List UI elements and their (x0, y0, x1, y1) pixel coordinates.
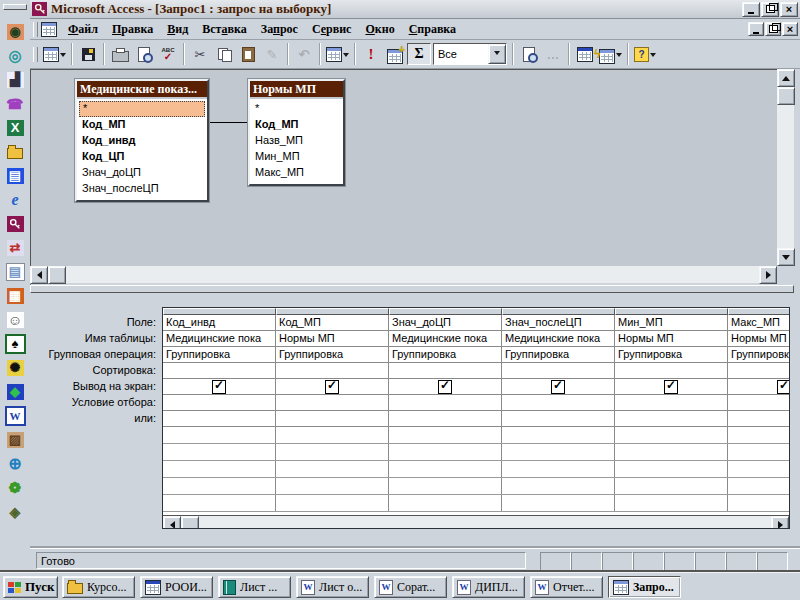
grid-empty-row[interactable] (163, 444, 789, 461)
folder-icon[interactable] (4, 142, 26, 162)
child-window-icon[interactable] (41, 22, 57, 37)
total-cell[interactable]: Группировка (502, 347, 615, 363)
pane-horizontal-scrollbar[interactable] (30, 266, 777, 283)
field-item[interactable]: Назв_МП (252, 133, 341, 149)
task-button-rooi[interactable]: РООИ... (140, 576, 213, 598)
help-button[interactable]: ? (632, 43, 658, 65)
table-cell[interactable]: Медицинские пока (163, 331, 276, 347)
show-cell[interactable] (389, 379, 502, 395)
share-disk-icon[interactable]: ⇄ (4, 238, 26, 258)
field-cell[interactable]: Код_инвд (163, 315, 276, 331)
field-item-star[interactable]: * (79, 101, 205, 117)
menu-item-tools[interactable]: Сервис (305, 20, 359, 39)
table-cell[interactable]: Нормы МП (276, 331, 389, 347)
build-button[interactable]: … (541, 43, 565, 65)
scroll-down-button[interactable] (777, 248, 795, 266)
criteria-cell[interactable] (276, 395, 389, 411)
view-button[interactable] (41, 43, 68, 65)
grid-scroll-right-button[interactable] (771, 516, 789, 529)
show-checkbox[interactable] (777, 380, 790, 394)
cd-icon[interactable]: ◎ (4, 46, 26, 66)
sort-cell[interactable] (728, 363, 790, 379)
sort-cell[interactable] (389, 363, 502, 379)
sort-cell[interactable] (615, 363, 728, 379)
globe-icon[interactable]: ⊕ (4, 454, 26, 474)
menu-item-file[interactable]: Файл (61, 20, 105, 39)
print-preview-button[interactable] (132, 43, 156, 65)
vscroll-thumb[interactable] (777, 87, 795, 105)
menu-item-view[interactable]: Вид (160, 20, 195, 39)
cut-button[interactable]: ✂ (188, 43, 212, 65)
close-button[interactable]: × (780, 2, 798, 17)
field-item[interactable]: Код_инвд (79, 133, 205, 149)
minimize-button[interactable] (742, 2, 760, 17)
task-button-dipl[interactable]: WДИПЛ... (452, 576, 525, 598)
show-cell[interactable] (163, 379, 276, 395)
field-cell[interactable]: Знач_послеЦП (502, 315, 615, 331)
phone-icon[interactable]: ☎ (4, 94, 26, 114)
query-type-dropdown-arrow[interactable] (343, 53, 349, 60)
access-key-icon[interactable] (4, 214, 26, 234)
sort-cell[interactable] (276, 363, 389, 379)
show-cell[interactable] (276, 379, 389, 395)
table-card-normy[interactable]: Нормы МП * Код_МП Назв_МП Мин_МП Макс_МП (248, 79, 345, 186)
task-button-list2[interactable]: WЛист о... (296, 576, 369, 598)
new-object-dropdown-arrow[interactable] (616, 53, 622, 60)
top-values-combo[interactable]: Все (433, 43, 507, 65)
grid-empty-row[interactable] (163, 478, 789, 495)
scroll-up-button[interactable] (777, 69, 795, 87)
or-cell[interactable] (389, 411, 502, 427)
spelling-button[interactable]: ABC✓ (156, 43, 180, 65)
grid-scroll-left-button[interactable] (163, 516, 181, 529)
criteria-cell[interactable] (615, 395, 728, 411)
child-minimize-button[interactable] (748, 22, 764, 36)
field-cell[interactable]: Макс_МП (728, 315, 790, 331)
schedule-icon[interactable]: ▦ (4, 286, 26, 306)
format-painter-button[interactable]: ✎ (260, 43, 284, 65)
table-card-medpokaz[interactable]: Медицинские показ... * Код_МП Код_инвд К… (75, 79, 209, 202)
toolbar-grip[interactable] (3, 4, 27, 10)
paste-button[interactable] (236, 43, 260, 65)
field-cell[interactable]: Мин_МП (615, 315, 728, 331)
or-cell[interactable] (728, 411, 790, 427)
field-item[interactable]: Код_ЦП (79, 149, 205, 165)
toolbar-grip2[interactable] (33, 47, 38, 62)
cardfile-icon[interactable]: ▤ (4, 166, 26, 186)
help-dropdown-arrow[interactable] (650, 53, 656, 60)
task-button-list1[interactable]: Лист ... (218, 576, 291, 598)
column-selector[interactable] (389, 308, 502, 315)
table-cell[interactable]: Нормы МП (728, 331, 790, 347)
or-cell[interactable] (276, 411, 389, 427)
query-type-button[interactable] (324, 43, 351, 65)
field-cell[interactable]: Код_МП (276, 315, 389, 331)
grid-empty-row[interactable] (163, 461, 789, 478)
field-item[interactable]: Мин_МП (252, 149, 341, 165)
grid-empty-row[interactable] (163, 495, 789, 512)
sort-cell[interactable] (502, 363, 615, 379)
excel-icon[interactable]: X (4, 118, 26, 138)
criteria-cell[interactable] (728, 395, 790, 411)
table-title[interactable]: Медицинские показ... (77, 81, 207, 99)
menubar-grip[interactable] (33, 22, 38, 37)
task-button-zapros-active[interactable]: Запро... (608, 576, 681, 598)
copy-button[interactable] (212, 43, 236, 65)
task-button-otchet[interactable]: WОтчет.... (530, 576, 603, 598)
grid-hscroll-thumb[interactable] (181, 516, 199, 529)
total-cell[interactable]: Группировка (728, 347, 790, 363)
show-cell[interactable] (502, 379, 615, 395)
chart-icon[interactable]: ▟ (4, 70, 26, 90)
internet-explorer-icon[interactable]: e (4, 190, 26, 210)
notepad-icon[interactable]: ▤ (4, 262, 26, 282)
menu-item-query[interactable]: Запрос (254, 20, 305, 39)
field-item[interactable]: Знач_послеЦП (79, 181, 205, 197)
show-checkbox[interactable] (325, 380, 339, 394)
column-selector[interactable] (728, 308, 790, 315)
field-item[interactable]: Код_МП (252, 117, 341, 133)
column-selector[interactable] (276, 308, 389, 315)
top-values-dropdown-button[interactable] (488, 44, 506, 64)
bat-icon[interactable]: ✺ (4, 358, 26, 378)
field-item[interactable]: Макс_МП (252, 165, 341, 181)
total-cell[interactable]: Группировка (615, 347, 728, 363)
criteria-cell[interactable] (163, 395, 276, 411)
column-selector[interactable] (615, 308, 728, 315)
